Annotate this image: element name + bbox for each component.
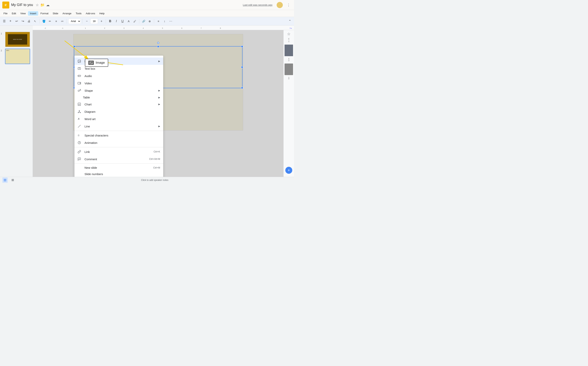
add-to-theme-btn[interactable]: + bbox=[285, 167, 292, 174]
insert-menu-section-1: Image ▶ Text box Audio bbox=[74, 57, 163, 131]
line-spacing-btn[interactable]: ↕ bbox=[162, 19, 167, 24]
menu-format[interactable]: Format bbox=[39, 11, 50, 16]
toolbar-list-btn[interactable]: ≔ bbox=[60, 19, 65, 24]
right-panel-thumb-1[interactable] bbox=[284, 45, 293, 56]
menu-edit[interactable]: Edit bbox=[10, 11, 18, 16]
menu-arrange[interactable]: Arrange bbox=[60, 11, 73, 16]
font-color-btn[interactable]: A bbox=[126, 19, 131, 24]
shape-menu-icon bbox=[77, 88, 82, 93]
menu-file[interactable]: File bbox=[1, 11, 9, 16]
toolbar-sep-6 bbox=[154, 19, 154, 23]
insert-animation-item[interactable]: Animation bbox=[74, 139, 163, 146]
app-icon bbox=[2, 1, 9, 8]
font-family-select[interactable]: Arial bbox=[68, 19, 81, 24]
canvas-area[interactable]: • • • Image ▶ Text box bbox=[33, 30, 283, 177]
insert-shape-arrow: ▶ bbox=[158, 89, 160, 92]
title-icons: ☆ 📁 ☁ bbox=[36, 3, 50, 7]
menu-slide[interactable]: Slide bbox=[51, 11, 60, 16]
handle-rotate[interactable] bbox=[157, 42, 159, 44]
insert-link-item[interactable]: Link Ctrl+K bbox=[74, 148, 163, 155]
toolbar-paint-btn[interactable]: 🪣 bbox=[41, 19, 46, 24]
insert-shape-item[interactable]: Shape ▶ bbox=[74, 87, 163, 94]
last-edit-label[interactable]: Last edit was seconds ago bbox=[243, 3, 272, 6]
toolbar-undo-btn[interactable]: ↩ bbox=[14, 19, 19, 24]
right-panel-icon[interactable]: ☆ bbox=[287, 32, 290, 36]
insert-line-arrow: ▶ bbox=[158, 125, 160, 128]
more-btn[interactable]: ⋯ bbox=[168, 19, 173, 24]
insert-diagram-label: Diagram bbox=[84, 110, 160, 113]
insert-wordart-item[interactable]: A Word art bbox=[74, 115, 163, 122]
toolbar-pen-btn[interactable]: ✏ bbox=[47, 19, 53, 24]
insert-line-label: Line bbox=[84, 125, 155, 128]
insert-audio-item[interactable]: Audio bbox=[74, 72, 163, 80]
handle-top-left[interactable] bbox=[73, 46, 75, 47]
slide-thumb-2[interactable]: 2 GIFs bbox=[1, 49, 32, 64]
svg-rect-28 bbox=[5, 179, 6, 180]
chart-menu-icon bbox=[77, 102, 82, 106]
view-list-btn[interactable] bbox=[10, 177, 15, 183]
insert-diagram-item[interactable]: Diagram bbox=[74, 108, 163, 115]
toolbar-collapse-btn[interactable]: ⌃ bbox=[287, 19, 292, 24]
image-tooltip-icon bbox=[88, 61, 94, 65]
toolbar-add-btn[interactable]: + bbox=[8, 19, 13, 24]
text-align-btn[interactable]: ≡ bbox=[156, 19, 161, 24]
italic-btn[interactable]: I bbox=[114, 19, 119, 24]
insert-slide-numbers-label: Slide numbers bbox=[84, 172, 160, 176]
menu-insert[interactable]: Insert bbox=[28, 11, 38, 16]
insert-slide-numbers-item[interactable]: Slide numbers bbox=[74, 171, 163, 177]
font-size-input[interactable] bbox=[90, 19, 98, 24]
svg-rect-32 bbox=[12, 180, 14, 180]
insert-chart-item[interactable]: Chart ▶ bbox=[74, 100, 163, 108]
doc-title[interactable]: My GIF to you bbox=[11, 3, 33, 7]
svg-rect-27 bbox=[4, 179, 5, 180]
cloud-icon[interactable]: ☁ bbox=[46, 3, 50, 7]
insert-special-chars-item[interactable]: Ω Special characters bbox=[74, 132, 163, 139]
slide-preview-2[interactable]: GIFs bbox=[5, 49, 30, 64]
menu-addons[interactable]: Add-ons bbox=[84, 11, 97, 16]
slide-thumb-1[interactable]: 1 HOW YOU DOIN' bbox=[1, 32, 32, 47]
handle-bottom-right[interactable] bbox=[241, 87, 243, 89]
insert-line-item[interactable]: Line ▶ bbox=[74, 122, 163, 130]
insert-table-label: Table bbox=[83, 96, 155, 99]
toolbar-sep-1 bbox=[39, 19, 40, 23]
menu-help[interactable]: Help bbox=[97, 11, 106, 16]
right-panel-label-3: Str bbox=[288, 77, 290, 80]
folder-icon[interactable]: 📁 bbox=[40, 3, 45, 7]
toolbar: ☰ + ↩ ↪ 🖨 ↖ 🪣 ✏ ≡ ≔ Arial − + B I U A 🖊 … bbox=[0, 17, 294, 25]
bold-btn[interactable]: B bbox=[107, 19, 113, 24]
menu-view[interactable]: View bbox=[18, 11, 28, 16]
toolbar-redo-btn[interactable]: ↪ bbox=[20, 19, 25, 24]
insert-video-item[interactable]: Video bbox=[74, 80, 163, 87]
slide-preview-1[interactable]: HOW YOU DOIN' bbox=[5, 32, 30, 47]
toolbar-menu-btn[interactable]: ☰ bbox=[1, 19, 7, 24]
font-size-increase-btn[interactable]: + bbox=[99, 19, 104, 24]
insert-wordart-label: Word art bbox=[84, 117, 160, 121]
insert-comment-item[interactable]: Comment Ctrl+Alt+M bbox=[74, 155, 163, 163]
right-panel-thumb-2[interactable] bbox=[284, 63, 293, 75]
insert-new-slide-item[interactable]: New slide Ctrl+M bbox=[74, 164, 163, 171]
highlight-btn[interactable]: 🖊 bbox=[132, 19, 138, 24]
insert-textbox-label: Text box bbox=[84, 67, 160, 70]
video-menu-icon bbox=[77, 81, 82, 85]
svg-rect-33 bbox=[12, 181, 14, 181]
handle-mid-right[interactable] bbox=[241, 66, 243, 68]
speaker-notes[interactable]: Click to add speaker notes bbox=[18, 179, 292, 182]
view-grid-btn[interactable] bbox=[2, 177, 8, 183]
insert-menu-section-3: Link Ctrl+K Comment Ctrl+Alt+M bbox=[74, 147, 163, 164]
toolbar-align-btn[interactable]: ≡ bbox=[53, 19, 59, 24]
star-icon[interactable]: ☆ bbox=[36, 3, 39, 7]
toolbar-cursor-btn[interactable]: ↖ bbox=[32, 19, 38, 24]
menu-tools[interactable]: Tools bbox=[74, 11, 83, 16]
comment-menu-icon bbox=[77, 157, 82, 161]
svg-rect-1 bbox=[5, 4, 7, 4]
underline-btn[interactable]: U bbox=[120, 19, 125, 24]
insert-table-item[interactable]: Table ▶ bbox=[74, 94, 163, 100]
font-size-decrease-btn[interactable]: − bbox=[84, 19, 89, 24]
handle-top-mid[interactable] bbox=[157, 46, 159, 47]
settings-icon[interactable]: ⋮ bbox=[285, 2, 292, 8]
user-avatar[interactable] bbox=[277, 2, 283, 8]
insert-btn[interactable]: ⊕ bbox=[147, 19, 152, 24]
toolbar-print-btn[interactable]: 🖨 bbox=[26, 19, 32, 24]
link-btn[interactable]: 🔗 bbox=[141, 19, 146, 24]
handle-top-right[interactable] bbox=[241, 46, 243, 47]
